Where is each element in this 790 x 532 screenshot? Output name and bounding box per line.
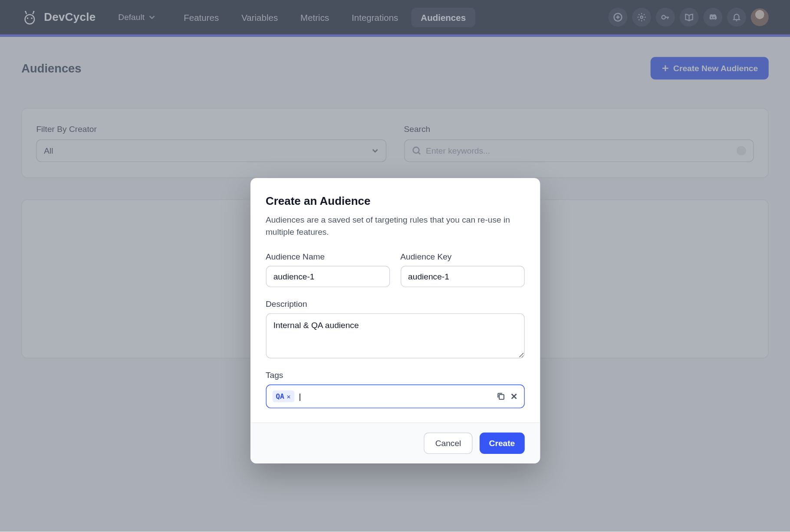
audience-name-label: Audience Name <box>266 252 390 261</box>
cancel-button[interactable]: Cancel <box>424 433 473 454</box>
modal-overlay[interactable]: Create an Audience Audiences are a saved… <box>0 0 790 532</box>
tags-input-box[interactable]: QA ✕ <box>266 384 524 408</box>
remove-tag-icon[interactable]: ✕ <box>286 393 290 401</box>
description-textarea[interactable] <box>266 313 524 358</box>
tags-text-input[interactable] <box>299 391 492 401</box>
clear-tags-icon[interactable] <box>510 392 518 401</box>
copy-icon[interactable] <box>497 392 505 401</box>
modal-description: Audiences are a saved set of targeting r… <box>266 213 524 238</box>
modal-title: Create an Audience <box>266 195 524 208</box>
tags-label: Tags <box>266 370 524 380</box>
description-label: Description <box>266 299 524 309</box>
audience-key-label: Audience Key <box>400 252 524 261</box>
create-audience-modal: Create an Audience Audiences are a saved… <box>250 178 540 463</box>
audience-key-input[interactable] <box>400 266 524 287</box>
svg-rect-11 <box>499 394 504 399</box>
tag-chip: QA ✕ <box>272 391 294 402</box>
tag-label: QA <box>276 392 284 401</box>
create-button[interactable]: Create <box>480 433 524 454</box>
audience-name-input[interactable] <box>266 266 390 287</box>
